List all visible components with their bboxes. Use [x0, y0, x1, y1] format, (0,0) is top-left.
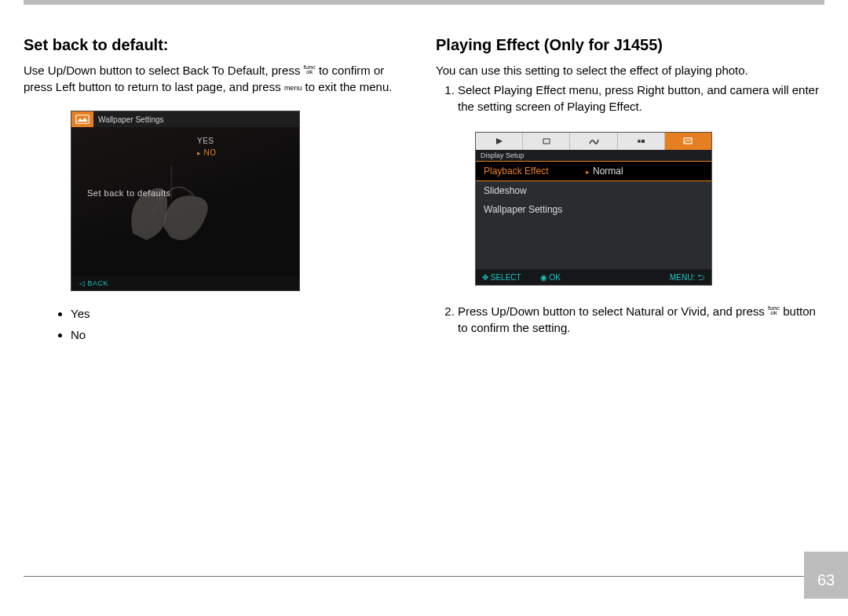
right-intro: You can use this setting to select the e… [436, 62, 824, 78]
right-heading: Playing Effect (Only for J1455) [436, 36, 824, 54]
bullet-no: No [71, 326, 412, 343]
shot2-crumb: Display Setup [476, 150, 711, 161]
row-wallpaper-settings: Wallpaper Settings [476, 200, 711, 219]
step-1: Select Playing Effect menu, press Right … [458, 82, 824, 115]
row2-label: Slideshow [484, 185, 586, 196]
row3-label: Wallpaper Settings [484, 204, 586, 215]
shot1-caption: Set back to defaults [87, 188, 171, 198]
tools-tab-icon [618, 133, 665, 150]
right-column: Playing Effect (Only for J1455) You can … [436, 36, 824, 355]
step2-a: Press Up/Down button to select Natural o… [458, 304, 768, 318]
svg-marker-2 [496, 138, 503, 144]
footer-select: ✥ SELECT [482, 273, 521, 282]
svg-rect-3 [543, 139, 550, 144]
left-column: Set back to default: Use Up/Down button … [24, 36, 412, 355]
shot1-options: YES NO [197, 137, 217, 157]
row1-value: Normal [586, 166, 623, 177]
top-border [24, 0, 824, 36]
left-bullets: Yes No [24, 305, 412, 343]
display-setup-screenshot: Display Setup Playback Effect Normal Sli… [475, 132, 712, 286]
step-2: Press Up/Down button to select Natural o… [458, 303, 824, 336]
left-para-a: Use Up/Down button to select Back To Def… [24, 64, 304, 77]
menu-button-icon: menu [284, 84, 302, 92]
back-label: ◁ BACK [79, 279, 108, 287]
right-steps-2: Press Up/Down button to select Natural o… [436, 303, 824, 336]
footer-rule [24, 576, 824, 577]
shot1-body: YES NO Set back to defaults [71, 127, 299, 276]
display-tab-icon [665, 133, 711, 150]
shot1-title: Wallpaper Settings [93, 115, 164, 124]
shot1-footer: ◁ BACK [71, 276, 299, 290]
shot2-spacer [476, 219, 711, 269]
shot2-body: Playback Effect Normal Slideshow Wallpap… [476, 161, 711, 269]
svg-rect-0 [76, 115, 90, 124]
svg-rect-5 [641, 140, 645, 143]
row1-label: Playback Effect [484, 166, 586, 177]
shot2-tabbar [476, 133, 711, 150]
edit-tab-icon [523, 133, 570, 150]
row-slideshow: Slideshow [476, 181, 711, 200]
svg-point-4 [638, 140, 641, 143]
option-no: NO [197, 148, 217, 157]
wallpaper-settings-screenshot: Wallpaper Settings [71, 111, 300, 291]
page-footer: 63 [0, 563, 848, 589]
footer-ok: ◉ OK [540, 273, 561, 282]
left-paragraph: Use Up/Down button to select Back To Def… [24, 62, 412, 95]
curve-tab-icon [570, 133, 617, 150]
page-number: 63 [804, 552, 848, 599]
svg-rect-1 [171, 166, 173, 199]
play-tab-icon [476, 133, 523, 150]
func-ok-button-icon: func ok [304, 65, 316, 75]
bullet-yes: Yes [71, 305, 412, 322]
flower-image-icon [103, 159, 244, 261]
right-steps: Select Playing Effect menu, press Right … [436, 82, 824, 115]
row-playback-effect: Playback Effect Normal [476, 161, 711, 181]
func-ok-button-icon-2: func ok [768, 306, 780, 316]
shot2-footer: ✥ SELECT ◉ OK MENU: ⮌ [476, 269, 711, 285]
left-heading: Set back to default: [24, 36, 412, 54]
left-para-c: to exit the menu. [305, 80, 393, 93]
footer-menu: MENU: ⮌ [670, 273, 705, 282]
shot1-tabbar: Wallpaper Settings [71, 111, 299, 127]
wallpaper-tab-icon [71, 111, 93, 127]
option-yes: YES [197, 137, 217, 145]
